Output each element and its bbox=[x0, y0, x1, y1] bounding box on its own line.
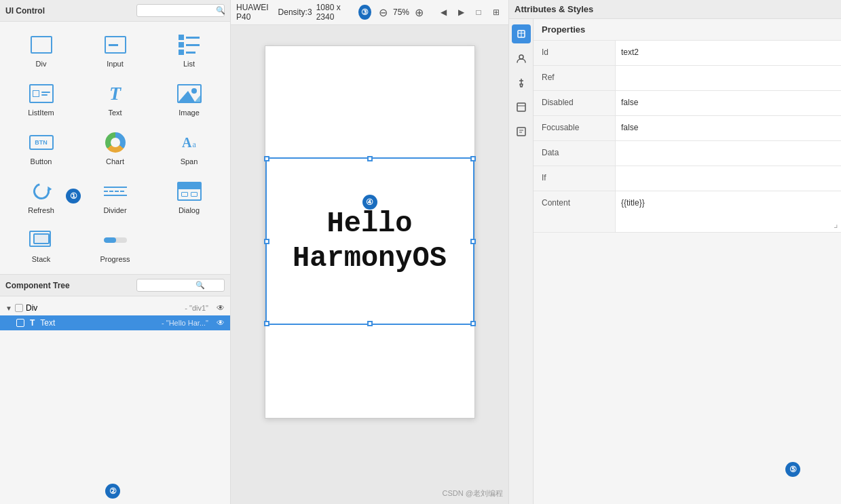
component-grid: Div Input bbox=[0, 22, 230, 274]
tree-div-value: - "div1" bbox=[185, 304, 208, 312]
component-div[interactable]: Div bbox=[5, 27, 77, 73]
component-list-label: List bbox=[183, 60, 195, 68]
component-dialog[interactable]: Dialog bbox=[153, 174, 225, 220]
component-listitem-label: ListItem bbox=[28, 109, 54, 117]
resize-handle[interactable]: ⌟ bbox=[834, 218, 838, 229]
prop-row-id: Id text2 bbox=[534, 41, 841, 66]
component-progress[interactable]: Progress bbox=[79, 222, 151, 269]
tree-text-eye-icon[interactable]: 👁 bbox=[217, 318, 225, 328]
button-icon: BTN bbox=[28, 130, 55, 155]
zoom-in-button[interactable]: ⊕ bbox=[412, 5, 426, 19]
component-divider[interactable]: Divider bbox=[79, 174, 151, 220]
right-panel: Attributes & Styles bbox=[508, 0, 841, 504]
prop-value-data[interactable] bbox=[615, 141, 841, 166]
device-info: HUAWEI P40 Density:3 1080 x 2340 bbox=[236, 3, 350, 22]
toolbar-icons: ◀ ▶ □ ⊞ bbox=[436, 5, 503, 19]
user-icon-btn[interactable] bbox=[512, 49, 531, 68]
handle-top-right[interactable] bbox=[470, 156, 476, 161]
list-icon bbox=[176, 33, 203, 57]
component-span-label: Span bbox=[181, 157, 198, 166]
tree-text-checkbox[interactable] bbox=[16, 319, 24, 327]
zoom-out-button[interactable]: ⊖ bbox=[377, 5, 390, 19]
component-chart-label: Chart bbox=[106, 157, 124, 166]
phone-frame: HelloHarmonyOS ④ bbox=[265, 45, 475, 419]
badge-2: ② bbox=[105, 484, 120, 499]
tree-div-checkbox[interactable] bbox=[15, 304, 23, 312]
selected-element[interactable]: HelloHarmonyOS bbox=[265, 157, 474, 325]
component-stack-label: Stack bbox=[32, 255, 51, 263]
zoom-value: 75% bbox=[393, 7, 409, 17]
back-icon[interactable]: ◀ bbox=[436, 5, 450, 19]
ui-control-title: UI Control bbox=[5, 6, 136, 16]
prop-label-data: Data bbox=[534, 141, 615, 164]
properties-panel-title: Properties bbox=[534, 19, 841, 41]
canvas-area: HUAWEI P40 Density:3 1080 x 2340 ③ ⊖ 75%… bbox=[231, 0, 508, 504]
tree-text-label: Text bbox=[40, 318, 159, 328]
span-icon: A a bbox=[176, 130, 203, 155]
svg-rect-4 bbox=[517, 103, 525, 111]
handle-bottom-left[interactable] bbox=[264, 321, 269, 326]
component-stack[interactable]: Stack bbox=[5, 222, 77, 269]
component-refresh[interactable]: Refresh ① bbox=[5, 174, 77, 220]
handle-top-left[interactable] bbox=[264, 156, 269, 161]
prop-value-content[interactable]: {{title}} ⌟ bbox=[615, 191, 841, 232]
component-text-label: Text bbox=[108, 109, 122, 117]
canvas-toolbar: HUAWEI P40 Density:3 1080 x 2340 ③ ⊖ 75%… bbox=[231, 0, 508, 25]
badge-1: ① bbox=[66, 189, 81, 203]
prop-row-focusable: Focusable false bbox=[534, 116, 841, 141]
div-icon bbox=[28, 33, 55, 57]
divider-icon bbox=[102, 179, 129, 203]
component-tree-search[interactable]: 🔍 bbox=[136, 279, 225, 292]
badge-3: ③ bbox=[358, 5, 371, 20]
tree-div-eye-icon[interactable]: 👁 bbox=[217, 303, 225, 313]
frame-icon[interactable]: □ bbox=[472, 5, 485, 19]
prop-value-ref[interactable] bbox=[615, 66, 841, 90]
prop-value-if[interactable] bbox=[615, 166, 841, 191]
tree-item-div[interactable]: ▼ Div - "div1" 👁 bbox=[0, 301, 230, 315]
component-input-label: Input bbox=[107, 60, 123, 68]
pin-icon bbox=[516, 77, 527, 88]
component-text[interactable]: T Text bbox=[79, 76, 151, 122]
ui-control-search[interactable]: 🔍 bbox=[136, 4, 225, 17]
properties-icon-btn[interactable] bbox=[512, 24, 531, 43]
prop-value-id[interactable]: text2 bbox=[615, 41, 841, 65]
input-icon bbox=[102, 33, 129, 57]
component-tree-header: Component Tree 🔍 bbox=[0, 275, 230, 296]
component-listitem[interactable]: ListItem bbox=[5, 76, 77, 122]
component-tree-search-input[interactable] bbox=[141, 282, 195, 290]
prop-value-disabled[interactable]: false bbox=[615, 91, 841, 115]
layout-icon-btn[interactable] bbox=[512, 98, 531, 117]
component-list[interactable]: List bbox=[153, 27, 225, 73]
component-image[interactable]: Image bbox=[153, 76, 225, 122]
style-icon-btn[interactable] bbox=[512, 122, 531, 141]
component-chart[interactable]: Chart bbox=[79, 125, 151, 171]
component-refresh-label: Refresh bbox=[28, 206, 54, 214]
handle-middle-left[interactable] bbox=[264, 239, 269, 244]
resolution-label: 1080 x 2340 bbox=[316, 3, 351, 22]
pin-icon-btn[interactable] bbox=[512, 73, 531, 92]
component-div-label: Div bbox=[36, 60, 47, 68]
forward-icon[interactable]: ▶ bbox=[454, 5, 468, 19]
chart-icon bbox=[102, 130, 129, 155]
tree-item-text[interactable]: T Text - "Hello Har..." 👁 bbox=[0, 315, 230, 330]
component-span[interactable]: A a Span bbox=[153, 125, 225, 171]
component-button[interactable]: BTN Button bbox=[5, 125, 77, 171]
handle-bottom-right[interactable] bbox=[470, 321, 476, 326]
hello-text: HelloHarmonyOS bbox=[293, 207, 447, 275]
search-icon: 🔍 bbox=[216, 6, 225, 15]
handle-bottom-middle[interactable] bbox=[367, 321, 373, 326]
density-label: Density:3 bbox=[278, 7, 312, 17]
image-icon bbox=[176, 81, 203, 106]
tree-text-type-icon: T bbox=[30, 318, 35, 328]
grid-icon[interactable]: ⊞ bbox=[489, 5, 503, 19]
component-input[interactable]: Input bbox=[79, 27, 151, 73]
prop-label-ref: Ref bbox=[534, 66, 615, 89]
ui-control-section: UI Control 🔍 Div Input bbox=[0, 0, 230, 274]
prop-label-content: Content bbox=[534, 191, 615, 214]
handle-middle-right[interactable] bbox=[470, 239, 476, 244]
handle-top-middle[interactable] bbox=[367, 156, 373, 161]
prop-value-focusable[interactable]: false bbox=[615, 116, 841, 140]
attributes-header: Attributes & Styles bbox=[509, 0, 841, 19]
listitem-icon bbox=[28, 81, 55, 106]
ui-control-search-input[interactable] bbox=[141, 7, 216, 15]
